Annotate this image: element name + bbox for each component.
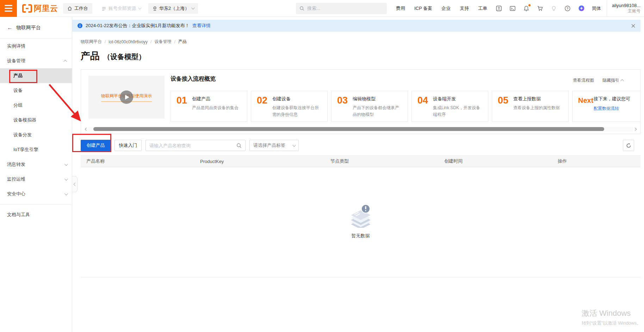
hamburger-menu-button[interactable] (0, 0, 17, 17)
view-flowchart-label: 查看流程图 (573, 77, 594, 83)
cloudshell-icon[interactable] (509, 5, 516, 12)
sidebar-item-label: 设备分发 (13, 132, 67, 138)
breadcrumb-separator: / (174, 39, 175, 44)
empty-data-text: 暂无数据 (352, 233, 370, 239)
horizontal-scrollbar (84, 126, 637, 132)
sidebar-item-label: 文档与工具 (7, 212, 67, 218)
main-area: 2024-01-22发布公告：企业版实例1月新功能发布！ 查看详情 物联网平台 … (72, 17, 644, 332)
play-icon[interactable] (120, 90, 133, 104)
app-icon[interactable] (496, 5, 502, 12)
account-resources-dropdown[interactable]: 账号全部资源 (101, 5, 141, 12)
scroll-right-arrow[interactable] (633, 128, 637, 130)
notification-bell-icon[interactable] (523, 5, 530, 12)
lightbulb-icon[interactable] (551, 5, 557, 12)
search-icon[interactable] (236, 143, 242, 148)
nav-icp[interactable]: ICP 备案 (414, 5, 432, 12)
step-description: 产品是同品类设备的集合 (192, 105, 242, 118)
sidebar-item-device[interactable]: 设备 (0, 83, 72, 98)
top-header: 阿里云 工作台 账号全部资源 华东2（上海） 费用 ICP 备案 企业 支持 工… (0, 0, 644, 17)
sidebar-item-product[interactable]: 产品 (0, 68, 72, 83)
sidebar-item-monitoring-ops[interactable]: 监控运维 (0, 172, 72, 187)
sidebar-item-message-forwarding[interactable]: 消息转发 (0, 157, 72, 172)
sidebar-item-label: 监控运维 (7, 176, 64, 182)
sidebar-item-label: 分组 (13, 102, 67, 108)
sidebar-item-label: 设备管理 (7, 58, 64, 64)
create-product-button[interactable]: 创建产品 (81, 140, 111, 151)
step-title: 设备端开发 (433, 96, 483, 102)
scrollbar-thumb[interactable] (93, 127, 604, 131)
quickstart-button[interactable]: 快速入门 (114, 140, 142, 151)
notification-dot (528, 4, 531, 6)
column-created-time[interactable]: 创建时间 (444, 158, 558, 164)
global-search-input[interactable] (307, 6, 378, 11)
sidebar-item-group[interactable]: 分组 (0, 98, 72, 113)
language-switch[interactable]: 简体 (592, 5, 601, 12)
product-table-header: 产品名称 ProductKey 节点类型 创建时间 操作 (81, 155, 640, 167)
sidebar-item-security-center[interactable]: 安全中心 (0, 187, 72, 201)
sidebar-item-device-simulator[interactable]: 设备模拟器 (0, 113, 72, 127)
hide-guide-link[interactable]: 隐藏指引 (602, 77, 624, 83)
watermark-line2: 转到“设置”以激活 Windows。 (582, 320, 641, 326)
next-label: Next (578, 96, 593, 118)
banner-detail-link[interactable]: 查看详情 (192, 23, 211, 29)
sidebar-item-label: 安全中心 (7, 191, 64, 197)
breadcrumb-current: 产品 (178, 39, 187, 45)
back-arrow-icon: ← (7, 25, 13, 31)
product-tag-select[interactable]: 请选择产品标签 (249, 140, 299, 151)
assistant-icon[interactable] (578, 5, 585, 12)
resource-list-icon (101, 6, 106, 11)
view-flowchart-link[interactable]: 查看流程图 (573, 77, 594, 83)
nav-support[interactable]: 支持 (460, 5, 469, 12)
workbench-button[interactable]: 工作台 (63, 3, 92, 14)
user-account[interactable]: aliyun98108... 主账号 (612, 3, 640, 14)
sidebar-menu: 实例详情 设备管理 产品 设备 分组 设备模拟器 设备分发 IoT孪生引擎 消息… (0, 39, 72, 222)
step-description: 集成Link SDK，开发设备端程序 (433, 105, 483, 118)
scroll-left-arrow[interactable] (84, 128, 88, 130)
sidebar-item-instance-detail[interactable]: 实例详情 (0, 39, 72, 54)
nav-enterprise[interactable]: 企业 (441, 5, 451, 12)
nav-billing[interactable]: 费用 (396, 5, 405, 12)
configure-data-forwarding-link[interactable]: 配置数据流转 (594, 106, 640, 118)
sidebar-collapse-handle[interactable] (72, 176, 78, 192)
chevron-down-icon (138, 6, 142, 10)
sidebar-back[interactable]: ← 物联网平台 (0, 17, 72, 39)
help-icon[interactable]: ? (564, 5, 571, 12)
sidebar-divider (0, 204, 72, 205)
chevron-down-icon (191, 6, 195, 10)
chevron-down-icon (64, 162, 68, 166)
column-product-key[interactable]: ProductKey (200, 159, 330, 164)
refresh-button[interactable] (623, 140, 634, 151)
global-search[interactable] (296, 3, 387, 14)
breadcrumb-separator: / (105, 39, 106, 44)
breadcrumb-iot-platform[interactable]: 物联网平台 (81, 39, 102, 45)
demo-video-thumbnail[interactable]: 物联网平台物模型使用演示 (88, 76, 165, 119)
aliyun-logo[interactable]: 阿里云 (22, 3, 58, 14)
column-product-name[interactable]: 产品名称 (81, 158, 200, 164)
banner-text: 2024-01-22发布公告：企业版实例1月新功能发布！ (86, 23, 190, 29)
sidebar-item-device-management[interactable]: 设备管理 (0, 54, 72, 68)
watermark-line1: 激活 Windows (582, 308, 641, 319)
breadcrumb: 物联网平台 / iot-06z00c0h9r6voyy / 设备管理 / 产品 (81, 39, 640, 45)
flow-card-next: Next 接下来，建议您可 配置数据流转 (572, 91, 640, 122)
cart-icon[interactable] (537, 5, 543, 12)
close-icon[interactable] (631, 24, 636, 28)
region-selector[interactable]: 华东2（上海） (148, 3, 198, 14)
region-label: 华东2（上海） (159, 5, 189, 12)
scrollbar-track[interactable] (88, 127, 633, 131)
flow-card-create-product: 01 创建产品 产品是同品类设备的集合 (171, 91, 247, 122)
product-search-input[interactable] (149, 143, 236, 148)
title-row: 产品 （设备模型） (81, 50, 640, 62)
announcement-banner: 2024-01-22发布公告：企业版实例1月新功能发布！ 查看详情 (72, 20, 640, 32)
sidebar-item-iot-twin-engine[interactable]: IoT孪生引擎 (0, 142, 72, 157)
flow-card-device-development: 04 设备端开发 集成Link SDK，开发设备端程序 (411, 91, 488, 122)
sidebar-item-docs-tools[interactable]: 文档与工具 (0, 207, 72, 222)
nav-tickets[interactable]: 工单 (478, 5, 487, 12)
chevron-left-icon (85, 127, 88, 130)
tag-select-label: 请选择产品标签 (253, 142, 292, 149)
breadcrumb-instance[interactable]: iot-06z00c0h9r6voyy (109, 39, 148, 44)
step-description: 创建设备获取连接平台所需的身份信息 (272, 105, 322, 118)
breadcrumb-device-management[interactable]: 设备管理 (154, 39, 171, 45)
sidebar-item-device-distribution[interactable]: 设备分发 (0, 127, 72, 142)
column-node-type[interactable]: 节点类型 (330, 158, 444, 164)
product-search[interactable] (145, 140, 246, 151)
